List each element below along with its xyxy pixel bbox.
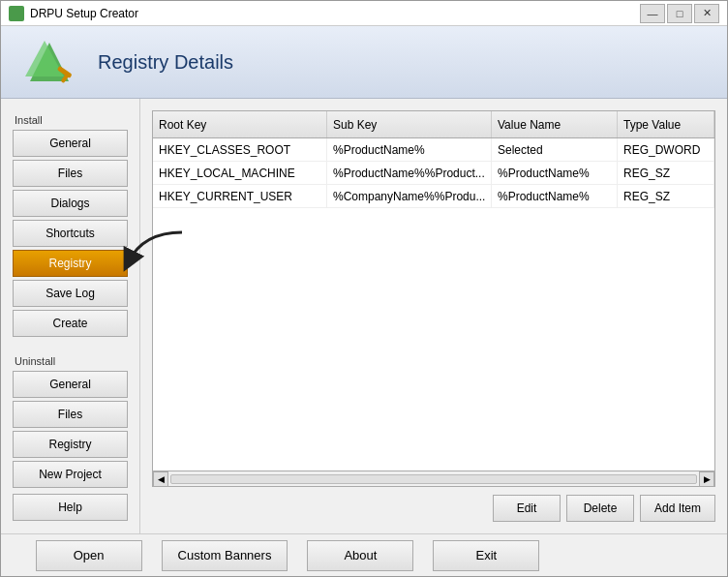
- sidebar-item-savelog[interactable]: Save Log: [13, 280, 128, 307]
- col-root-key: Root Key: [153, 111, 327, 137]
- sidebar: Install General Files Dialogs Shortcuts …: [1, 99, 140, 533]
- cell-sub-key-3: %CompanyName%%Produ...: [327, 185, 492, 207]
- sidebar-item-u-general[interactable]: General: [13, 371, 128, 398]
- sidebar-item-shortcuts[interactable]: Shortcuts: [13, 220, 128, 247]
- window-controls: — □ ✕: [640, 4, 719, 23]
- sidebar-item-u-files[interactable]: Files: [13, 401, 128, 428]
- close-button[interactable]: ✕: [694, 4, 719, 23]
- minimize-button[interactable]: —: [640, 4, 665, 23]
- scroll-right-arrow[interactable]: ▶: [699, 471, 714, 487]
- open-button[interactable]: Open: [36, 540, 142, 571]
- table-row[interactable]: HKEY_CURRENT_USER %CompanyName%%Produ...…: [153, 185, 714, 208]
- main-panel: Root Key Sub Key Value Name Type Value H…: [140, 99, 727, 533]
- sidebar-item-dialogs[interactable]: Dialogs: [13, 190, 128, 217]
- exit-button[interactable]: Exit: [433, 540, 539, 571]
- footer: Open Custom Banners About Exit: [1, 533, 727, 576]
- help-button[interactable]: Help: [13, 494, 128, 521]
- scroll-track[interactable]: [170, 474, 697, 484]
- cell-value-name-1: Selected: [492, 138, 618, 161]
- maximize-button[interactable]: □: [667, 4, 692, 23]
- registry-table: Root Key Sub Key Value Name Type Value H…: [152, 110, 715, 487]
- title-bar: DRPU Setup Creator — □ ✕: [1, 1, 727, 26]
- sidebar-spacer: [13, 340, 128, 349]
- svg-marker-1: [25, 41, 64, 76]
- install-section-label: Install: [13, 114, 128, 126]
- table-header: Root Key Sub Key Value Name Type Value: [153, 111, 714, 138]
- content-area: Install General Files Dialogs Shortcuts …: [1, 99, 727, 533]
- uninstall-section-label: Uninstall: [13, 355, 128, 367]
- table-body[interactable]: HKEY_CLASSES_ROOT %ProductName% Selected…: [153, 138, 714, 471]
- cell-root-key-1: HKEY_CLASSES_ROOT: [153, 138, 327, 161]
- cell-type-value-2: REG_SZ: [618, 162, 714, 184]
- sidebar-item-registry[interactable]: Registry: [13, 250, 128, 277]
- cell-value-name-3: %ProductName%: [492, 185, 618, 207]
- about-button[interactable]: About: [307, 540, 413, 571]
- cell-sub-key-2: %ProductName%%Product...: [327, 162, 492, 184]
- cell-type-value-1: REG_DWORD: [618, 138, 714, 161]
- col-sub-key: Sub Key: [327, 111, 492, 137]
- sidebar-item-files[interactable]: Files: [13, 160, 128, 187]
- sidebar-item-general[interactable]: General: [13, 130, 128, 157]
- delete-button[interactable]: Delete: [566, 495, 634, 522]
- cell-type-value-3: REG_SZ: [618, 185, 714, 207]
- action-row: Edit Delete Add Item: [152, 495, 715, 522]
- page-title: Registry Details: [98, 51, 233, 74]
- cell-value-name-2: %ProductName%: [492, 162, 618, 184]
- cell-sub-key-1: %ProductName%: [327, 138, 492, 161]
- sidebar-item-u-registry[interactable]: Registry: [13, 431, 128, 458]
- edit-button[interactable]: Edit: [493, 495, 561, 522]
- custom-banners-button[interactable]: Custom Banners: [162, 540, 288, 571]
- add-item-button[interactable]: Add Item: [640, 495, 715, 522]
- scroll-left-arrow[interactable]: ◀: [153, 471, 168, 487]
- cell-root-key-2: HKEY_LOCAL_MACHINE: [153, 162, 327, 184]
- new-project-button[interactable]: New Project: [13, 461, 128, 488]
- table-row[interactable]: HKEY_CLASSES_ROOT %ProductName% Selected…: [153, 138, 714, 162]
- horizontal-scrollbar[interactable]: ◀ ▶: [153, 471, 714, 486]
- header: Registry Details: [1, 26, 727, 99]
- col-type-value: Type Value: [618, 111, 714, 137]
- main-window: DRPU Setup Creator — □ ✕ Registry Detail…: [0, 0, 728, 577]
- sidebar-bottom: New Project Help: [13, 461, 128, 524]
- sidebar-item-create[interactable]: Create: [13, 310, 128, 337]
- logo: [20, 33, 78, 91]
- table-row[interactable]: HKEY_LOCAL_MACHINE %ProductName%%Product…: [153, 162, 714, 185]
- window-title: DRPU Setup Creator: [30, 7, 640, 20]
- cell-root-key-3: HKEY_CURRENT_USER: [153, 185, 327, 207]
- app-icon: [9, 6, 24, 21]
- col-value-name: Value Name: [492, 111, 618, 137]
